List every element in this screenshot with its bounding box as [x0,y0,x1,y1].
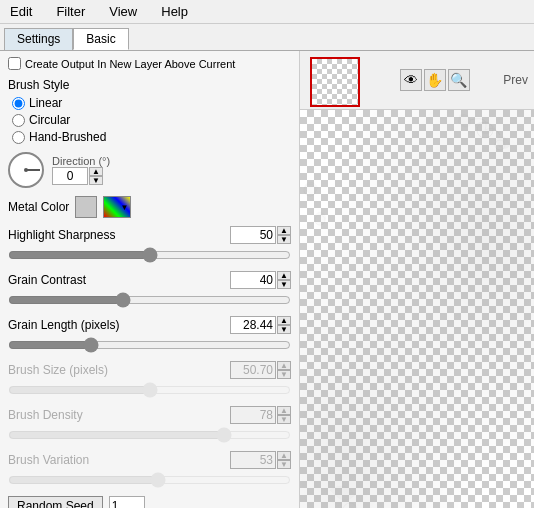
grain-contrast-value-box: 40 ▲ ▼ [230,271,291,289]
metal-color-label: Metal Color [8,200,69,214]
highlight-sharpness-row: Highlight Sharpness 50 ▲ ▼ [8,226,291,267]
brush-variation-spin: ▲ ▼ [277,451,291,469]
grain-contrast-slider[interactable] [8,292,291,308]
grain-length-value-box: 28.44 ▲ ▼ [230,316,291,334]
brush-variation-row: Brush Variation 53 ▲ ▼ [8,451,291,492]
floral-svg [300,110,534,508]
highlight-sharpness-value-box: 50 ▲ ▼ [230,226,291,244]
brush-variation-up: ▲ [277,451,291,460]
brush-density-input: 78 [230,406,276,424]
menu-filter[interactable]: Filter [50,2,91,21]
left-panel: Create Output In New Layer Above Current… [0,51,300,508]
direction-circle[interactable] [8,152,44,188]
color-palette-button[interactable]: ▼ [103,196,131,218]
brush-variation-value-box: 53 ▲ ▼ [230,451,291,469]
highlight-sharpness-down[interactable]: ▼ [277,235,291,244]
tab-bar: Settings Basic [0,24,534,51]
metal-color-row: Metal Color ▼ [8,196,291,218]
brush-size-down: ▼ [277,370,291,379]
radio-circular[interactable] [12,114,25,127]
palette-dropdown-arrow: ▼ [120,203,128,212]
brush-density-label: Brush Density [8,408,83,422]
create-output-label: Create Output In New Layer Above Current [25,58,235,70]
brush-variation-slider [8,472,291,488]
brush-style-group: Linear Circular Hand-Brushed [12,96,291,144]
preview-thumbnail[interactable] [310,57,360,107]
brush-density-spin: ▲ ▼ [277,406,291,424]
grain-length-down[interactable]: ▼ [277,325,291,334]
radio-hand-brushed-label: Hand-Brushed [29,130,106,144]
direction-label: Direction (°) [52,155,110,167]
radio-linear-row: Linear [12,96,291,110]
brush-size-input: 50.70 [230,361,276,379]
brush-density-slider [8,427,291,443]
hand-icon: ✋ [426,72,443,88]
highlight-sharpness-slider[interactable] [8,247,291,263]
random-seed-input[interactable]: 1 [109,496,145,508]
brush-variation-label-row: Brush Variation 53 ▲ ▼ [8,451,291,469]
highlight-sharpness-up[interactable]: ▲ [277,226,291,235]
radio-linear-label: Linear [29,96,62,110]
brush-density-value-box: 78 ▲ ▼ [230,406,291,424]
direction-input[interactable]: 0 [52,167,88,185]
metal-color-swatch[interactable] [75,196,97,218]
direction-spin-buttons: ▲ ▼ [89,167,103,185]
brush-size-spin: ▲ ▼ [277,361,291,379]
grain-length-up[interactable]: ▲ [277,316,291,325]
grain-contrast-up[interactable]: ▲ [277,271,291,280]
radio-linear[interactable] [12,97,25,110]
radio-hand-brushed[interactable] [12,131,25,144]
brush-size-label-row: Brush Size (pixels) 50.70 ▲ ▼ [8,361,291,379]
grain-length-row: Grain Length (pixels) 28.44 ▲ ▼ [8,316,291,357]
right-panel: 👁 ✋ 🔍 Prev [300,51,534,508]
brush-variation-down: ▼ [277,460,291,469]
brush-density-down: ▼ [277,415,291,424]
brush-density-label-row: Brush Density 78 ▲ ▼ [8,406,291,424]
direction-label-group: Direction (°) 0 ▲ ▼ [52,155,110,185]
brush-size-value-box: 50.70 ▲ ▼ [230,361,291,379]
grain-contrast-input[interactable]: 40 [230,271,276,289]
preview-header: 👁 ✋ 🔍 Prev [300,51,534,110]
grain-length-label: Grain Length (pixels) [8,318,119,332]
direction-row: Direction (°) 0 ▲ ▼ [8,152,291,188]
thumbnail-container [306,53,366,107]
random-seed-button[interactable]: Random Seed [8,496,103,508]
menu-help[interactable]: Help [155,2,194,21]
grain-contrast-label-row: Grain Contrast 40 ▲ ▼ [8,271,291,289]
highlight-sharpness-spin: ▲ ▼ [277,226,291,244]
radio-hand-brushed-row: Hand-Brushed [12,130,291,144]
preview-label: Prev [503,73,528,87]
preview-area [300,110,534,508]
highlight-sharpness-label-row: Highlight Sharpness 50 ▲ ▼ [8,226,291,244]
grain-length-input[interactable]: 28.44 [230,316,276,334]
menu-view[interactable]: View [103,2,143,21]
brush-density-up: ▲ [277,406,291,415]
tab-settings[interactable]: Settings [4,28,73,50]
create-output-checkbox[interactable] [8,57,21,70]
highlight-sharpness-label: Highlight Sharpness [8,228,115,242]
radio-circular-row: Circular [12,113,291,127]
grain-contrast-down[interactable]: ▼ [277,280,291,289]
direction-spinbox: 0 ▲ ▼ [52,167,110,185]
random-seed-row: Random Seed 1 [8,496,291,508]
brush-variation-label: Brush Variation [8,453,89,467]
brush-size-slider [8,382,291,398]
radio-circular-label: Circular [29,113,70,127]
brush-size-label: Brush Size (pixels) [8,363,108,377]
tab-basic[interactable]: Basic [73,28,128,50]
brush-style-label: Brush Style [8,78,291,92]
menu-edit[interactable]: Edit [4,2,38,21]
preview-icons-group: 👁 ✋ 🔍 [400,69,470,91]
hand-icon-button[interactable]: ✋ [424,69,446,91]
menu-bar: Edit Filter View Help [0,0,534,24]
eye-icon-button[interactable]: 👁 [400,69,422,91]
svg-point-4 [343,503,357,508]
highlight-sharpness-input[interactable]: 50 [230,226,276,244]
direction-spin-up[interactable]: ▲ [89,167,103,176]
create-output-row: Create Output In New Layer Above Current [8,57,291,70]
direction-spin-down[interactable]: ▼ [89,176,103,185]
zoom-icon-button[interactable]: 🔍 [448,69,470,91]
brush-size-up: ▲ [277,361,291,370]
main-layout: Create Output In New Layer Above Current… [0,51,534,508]
grain-length-slider[interactable] [8,337,291,353]
